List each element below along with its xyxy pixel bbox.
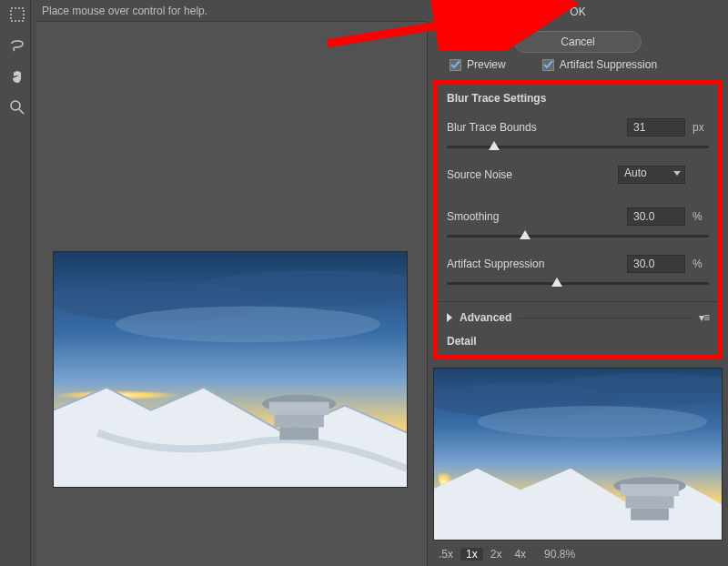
detail-thumbnail[interactable] <box>433 368 723 541</box>
blur-trace-bounds-slider[interactable] <box>447 139 709 154</box>
smoothing-label: Smoothing <box>447 210 499 223</box>
advanced-disclosure[interactable]: Advanced ▾≡ <box>447 308 709 328</box>
svg-rect-21 <box>631 508 669 520</box>
svg-point-1 <box>11 101 20 110</box>
zoom-level-3[interactable]: 4x <box>509 548 531 561</box>
unit-pct: % <box>693 210 709 223</box>
marquee-tool-icon[interactable] <box>6 4 28 25</box>
advanced-label: Advanced <box>460 311 511 324</box>
unit-px: px <box>693 121 709 134</box>
zoom-percent: 90.8% <box>544 548 575 561</box>
hand-tool-icon[interactable] <box>6 66 28 87</box>
artifact-suppression-label: Artifact Suppression <box>447 258 544 270</box>
detail-zoom-bar: .5x 1x 2x 4x 90.8% <box>433 544 723 564</box>
svg-rect-0 <box>11 8 24 21</box>
svg-point-16 <box>477 406 707 438</box>
preview-canvas-area <box>36 22 428 566</box>
artifact-suppression-input[interactable] <box>627 255 685 273</box>
smoothing-slider[interactable] <box>447 228 709 243</box>
help-text: Place mouse over control for help. <box>42 5 207 17</box>
tool-strip <box>4 0 31 566</box>
svg-rect-12 <box>279 428 318 440</box>
svg-rect-19 <box>621 484 679 496</box>
panel-menu-icon[interactable]: ▾≡ <box>699 311 709 324</box>
source-noise-value: Auto <box>624 167 647 179</box>
svg-rect-20 <box>625 496 673 508</box>
lasso-tool-icon[interactable] <box>6 35 28 56</box>
unit-pct2: % <box>693 258 709 270</box>
source-noise-label: Source Noise <box>447 168 512 181</box>
preview-label: Preview <box>467 58 506 71</box>
blur-trace-bounds-input[interactable] <box>627 118 685 136</box>
slider-thumb-icon[interactable] <box>551 278 562 287</box>
svg-rect-11 <box>275 415 324 428</box>
svg-rect-10 <box>269 402 329 415</box>
slider-thumb-icon[interactable] <box>520 230 531 239</box>
detail-title: Detail <box>447 328 709 351</box>
right-panel: OK Cancel Preview Artifact Suppression B… <box>428 0 728 566</box>
source-noise-select[interactable]: Auto <box>618 166 685 184</box>
preview-image[interactable] <box>53 251 408 488</box>
cancel-button[interactable]: Cancel <box>514 31 642 53</box>
checkbox-icon <box>542 59 554 71</box>
zoom-level-1[interactable]: 1x <box>460 548 483 561</box>
svg-point-6 <box>116 307 380 343</box>
blur-trace-settings-panel: Blur Trace Settings Blur Trace Bounds px… <box>433 80 723 359</box>
landscape-preview-icon <box>54 252 407 487</box>
preview-checkbox[interactable]: Preview <box>450 58 506 71</box>
ok-button[interactable]: OK <box>514 5 642 25</box>
chevron-down-icon <box>673 171 681 176</box>
artifact-label: Artifact Suppression <box>560 58 657 71</box>
artifact-suppression-checkbox[interactable]: Artifact Suppression <box>542 58 657 71</box>
checkbox-icon <box>450 59 461 71</box>
zoom-level-2[interactable]: 2x <box>485 548 508 561</box>
disclosure-triangle-icon <box>447 313 452 322</box>
artifact-suppression-slider[interactable] <box>447 276 709 290</box>
zoom-tool-icon[interactable] <box>6 96 28 118</box>
slider-thumb-icon[interactable] <box>489 141 500 150</box>
smoothing-input[interactable] <box>627 207 685 226</box>
landscape-detail-icon <box>434 369 722 540</box>
svg-line-2 <box>19 109 24 114</box>
blur-trace-bounds-label: Blur Trace Bounds <box>447 121 537 134</box>
settings-title: Blur Trace Settings <box>447 90 709 112</box>
zoom-level-0[interactable]: .5x <box>433 548 459 561</box>
